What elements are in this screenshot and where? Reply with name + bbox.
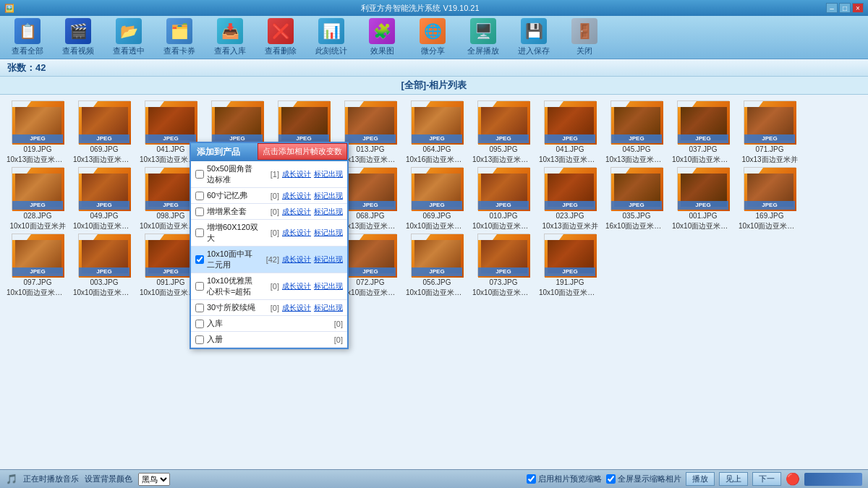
prev-button[interactable]: 见上 (719, 472, 748, 486)
photo-item[interactable]: JPEG045.JPG10x13面边亚米奇用 (605, 100, 668, 164)
photo-item[interactable]: JPEG095.JPG10x13面边亚米奇用 (472, 100, 535, 164)
close-label: 关闭 (576, 46, 592, 56)
jpeg-badge: JPEG (12, 201, 63, 210)
dropdown-item-checkbox[interactable] (195, 207, 204, 216)
photo-thumbnail: JPEG (344, 100, 396, 144)
photo-item[interactable]: JPEG041.JPG10x13面边亚米奇用 (538, 100, 602, 164)
dropdown-list-item[interactable]: 10x10面中耳二元用[42]成长设计标记出现 (191, 247, 347, 273)
photo-label: 191.JPG (539, 278, 601, 287)
photo-desc: 10x13面边亚米并 (539, 221, 601, 231)
fullscreen-show-checkbox[interactable] (606, 474, 616, 484)
dropdown-list-item[interactable]: 50x50圆角普边标准[1]成长设计标记出现 (191, 161, 347, 188)
scan-import-button[interactable]: 📥 查看入库 (205, 18, 255, 57)
dropdown-item-checkbox[interactable] (195, 228, 204, 237)
maximize-button[interactable]: □ (839, 3, 851, 13)
scan-import-icon: 📥 (217, 18, 243, 44)
scan-video-button[interactable]: 🎬 查看视频 (54, 18, 103, 57)
dropdown-item-checkbox[interactable] (195, 255, 204, 264)
dropdown-item-checkbox[interactable] (195, 170, 204, 179)
dropdown-link[interactable]: 成长设计 (282, 303, 311, 313)
toolbar: 📋 查看全部 🎬 查看视频 📂 查看透中 🗂️ 查看卡券 📥 查看入库 ❌ 查看… (0, 16, 868, 59)
fullscreen-button[interactable]: 🖥️ 全屏播放 (459, 18, 508, 57)
color-select[interactable]: 黑鸟 (138, 473, 170, 486)
photo-item[interactable]: JPEG073.JPG10x10面边亚米奇用 (472, 234, 535, 297)
close-button[interactable]: 🚪 关闭 (560, 18, 609, 57)
dropdown-item-checkbox[interactable] (195, 192, 204, 200)
photo-thumbnail: JPEG (12, 167, 64, 210)
dropdown-link[interactable]: 标记出现 (314, 228, 343, 238)
photo-item[interactable]: JPEG191.JPG10x10面边亚米奇用 (538, 234, 602, 297)
photo-item[interactable]: JPEG169.JPG10x10面边亚米奇用 (738, 167, 801, 231)
photo-label: 041.JPG (539, 145, 601, 154)
save-button[interactable]: 💾 进入保存 (509, 18, 558, 57)
photo-item[interactable]: JPEG010.JPG10x10面边亚米奇用 (472, 167, 535, 231)
photo-thumbnail: JPEG (145, 100, 197, 144)
preview-checkbox[interactable] (527, 474, 536, 484)
photo-item[interactable]: JPEG035.JPG16x10面边亚米奇并 (605, 167, 668, 231)
titlebar-title: 利亚方舟智能洗片系统 V19.10.21 (361, 3, 479, 14)
photo-item[interactable]: JPEG028.JPG10x10面边亚米并 (6, 167, 69, 231)
scan-all-button[interactable]: 📋 查看全部 (3, 18, 52, 57)
minimize-button[interactable]: – (826, 3, 838, 13)
dropdown-list-item[interactable]: 增增60X120双大[0]成长设计标记出现 (191, 220, 347, 247)
dropdown-item-checkbox[interactable] (195, 320, 204, 328)
dropdown-item-label: 50x50圆角普边标准 (207, 163, 259, 185)
dropdown-item-checkbox[interactable] (195, 282, 204, 291)
dropdown-list-item[interactable]: 增增累全套[0]成长设计标记出现 (191, 204, 347, 220)
photo-item[interactable]: JPEG071.JPG10x13面边亚米并 (738, 100, 801, 164)
add-photo-frames-button[interactable]: 点击添加相片帧改变数 (258, 143, 347, 160)
photo-desc: 10x10面边亚米奇用 (472, 221, 535, 231)
jpeg-badge: JPEG (678, 201, 728, 210)
photo-item[interactable]: JPEG049.JPG10x10面边亚米奇用 (72, 167, 136, 231)
dropdown-link[interactable]: 标记出现 (314, 207, 343, 217)
next-button[interactable]: 下一 (752, 472, 781, 486)
photo-item[interactable]: JPEG064.JPG10x16面边亚米奇并 (405, 100, 469, 164)
dropdown-list-item[interactable]: 入册[0] (191, 332, 347, 348)
dropdown-link[interactable]: 成长设计 (282, 191, 311, 201)
stats-icon: 📊 (318, 18, 344, 44)
scan-sdcard-button[interactable]: 🗂️ 查看卡券 (155, 18, 204, 57)
photo-item[interactable]: JPEG069.JPG10x10面边亚米奇用 (405, 167, 469, 231)
photo-item[interactable]: JPEG037.JPG10x10面边亚米奇用 (671, 100, 735, 164)
dropdown-link[interactable]: 标记出现 (314, 303, 343, 313)
share-button[interactable]: 🌐 微分享 (408, 18, 457, 57)
scan-delete-label: 查看删除 (265, 46, 297, 56)
dropdown-link[interactable]: 成长设计 (282, 228, 311, 238)
photo-item[interactable]: JPEG069.JPG10x13面边亚米奇并 (72, 100, 136, 164)
dropdown-link[interactable]: 成长设计 (282, 207, 311, 217)
dropdown-item-checkbox[interactable] (195, 335, 204, 344)
dropdown-list-item[interactable]: 10x10优雅黑心积卡=超拓[0]成长设计标记出现 (191, 273, 347, 300)
dropdown-link[interactable]: 标记出现 (314, 281, 343, 291)
dropdown-link[interactable]: 成长设计 (282, 169, 311, 179)
photo-item[interactable]: JPEG003.JPG10x10面边亚米奇用 (72, 234, 136, 297)
photo-item[interactable]: JPEG023.JPG10x13面边亚米并 (538, 167, 602, 231)
jpeg-badge: JPEG (412, 201, 462, 210)
dropdown-link[interactable]: 标记出现 (314, 254, 343, 265)
stats-button[interactable]: 📊 此刻统计 (307, 18, 356, 57)
main-area: [全部]-相片列表 JPEG019.JPG10x13面边亚米奇用JPEG069.… (0, 77, 868, 469)
play-button[interactable]: 播放 (686, 472, 715, 486)
photo-item[interactable]: JPEG019.JPG10x13面边亚米奇用 (6, 100, 69, 164)
section-title: [全部]-相片列表 (0, 77, 868, 95)
photo-item[interactable]: JPEG001.JPG10x10面边亚米奇用 (671, 167, 735, 231)
dropdown-link[interactable]: 标记出现 (314, 169, 343, 179)
dropdown-link[interactable]: 成长设计 (282, 281, 311, 291)
close-window-button[interactable]: × (852, 3, 864, 13)
close-icon: 🚪 (571, 18, 597, 44)
photo-thumbnail: JPEG (544, 100, 596, 144)
scan-delete-button[interactable]: ❌ 查看删除 (256, 18, 305, 57)
dropdown-list-item[interactable]: 60寸记忆弗[0]成长设计标记出现 (191, 188, 347, 204)
photo-item[interactable]: JPEG097.JPG10x10面边亚米奇用 (6, 234, 69, 297)
dropdown-item-links: 成长设计标记出现 (282, 303, 343, 313)
dropdown-link[interactable]: 成长设计 (282, 254, 311, 265)
scan-copying-button[interactable]: 📂 查看透中 (104, 18, 153, 57)
puzzle-button[interactable]: 🧩 效果图 (357, 18, 407, 57)
dropdown-item-checkbox[interactable] (195, 304, 204, 312)
dropdown-list-item[interactable]: 入库[0] (191, 316, 347, 332)
music-icon: 🎵 (6, 474, 17, 484)
scan-copy-icon: 📂 (116, 18, 142, 44)
photo-label: 095.JPG (472, 145, 535, 154)
dropdown-list-item[interactable]: 30寸所胶续绳[0]成长设计标记出现 (191, 300, 347, 316)
dropdown-link[interactable]: 标记出现 (314, 191, 343, 201)
photo-item[interactable]: JPEG056.JPG10x10面边亚米奇用 (405, 234, 469, 297)
